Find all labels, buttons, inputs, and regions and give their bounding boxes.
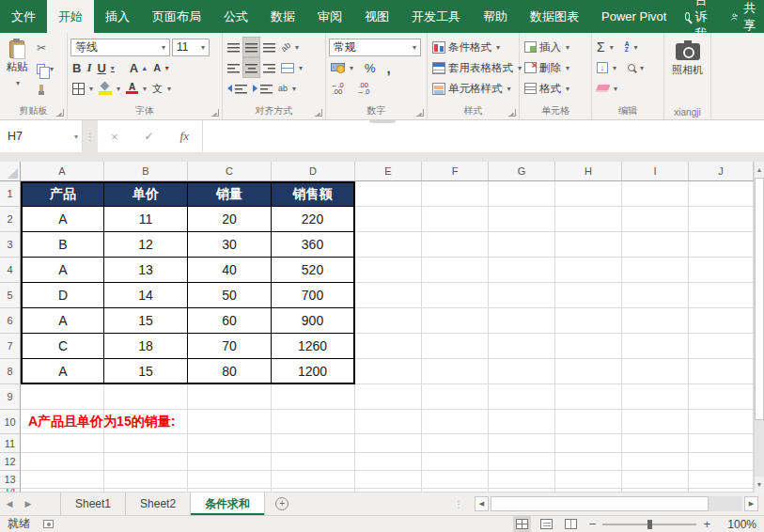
cell-C11[interactable]: [188, 434, 272, 453]
row-header-4[interactable]: 4: [0, 258, 21, 283]
italic-button[interactable]: I: [85, 58, 93, 77]
font-dialog-launcher[interactable]: [211, 109, 219, 117]
horizontal-scrollbar[interactable]: [491, 496, 742, 511]
cell-F5[interactable]: [422, 283, 489, 308]
cell-I1[interactable]: [622, 181, 689, 207]
ribbon-tab-1[interactable]: 插入: [94, 0, 141, 33]
row-header-3[interactable]: 3: [0, 232, 21, 258]
delete-cells-button[interactable]: 删除: [522, 58, 571, 77]
cell-J1[interactable]: [689, 181, 754, 207]
scroll-right-icon[interactable]: ▶: [744, 496, 758, 511]
cell-G8[interactable]: [489, 359, 555, 384]
copy-button[interactable]: [35, 59, 55, 78]
ribbon-tab-5[interactable]: 审阅: [306, 0, 353, 33]
cell-J13[interactable]: [689, 471, 754, 489]
cell-J4[interactable]: [689, 258, 754, 283]
cell-F1[interactable]: [422, 181, 489, 207]
borders-button[interactable]: [70, 79, 95, 98]
page-layout-view-button[interactable]: [540, 519, 553, 529]
cell-I6[interactable]: [622, 308, 689, 334]
ribbon-tab-2[interactable]: 页面布局: [141, 0, 212, 33]
cell-E7[interactable]: [355, 334, 422, 359]
find-select-button[interactable]: [626, 58, 646, 77]
format-cells-button[interactable]: 格式: [522, 79, 571, 98]
cell-H9[interactable]: [555, 384, 622, 410]
cell-J2[interactable]: [689, 207, 754, 232]
cell-D3[interactable]: 360: [272, 232, 355, 258]
cell-J7[interactable]: [689, 334, 754, 359]
cell-C7[interactable]: 70: [188, 334, 272, 359]
row-header-11[interactable]: 11: [0, 434, 21, 453]
cell-I11[interactable]: [622, 434, 689, 453]
styles-dialog-launcher[interactable]: [508, 109, 516, 117]
cell-A3[interactable]: B: [21, 232, 104, 258]
ribbon-tab-10[interactable]: Power Pivot: [590, 0, 678, 33]
font-name-select[interactable]: 等线: [70, 39, 170, 56]
cell-H13[interactable]: [555, 471, 622, 489]
comma-style-button[interactable]: ,: [385, 58, 393, 77]
row-header-13[interactable]: 13: [0, 471, 21, 489]
new-sheet-button[interactable]: +: [265, 493, 299, 515]
cell-C8[interactable]: 80: [188, 359, 272, 384]
zoom-in-button[interactable]: +: [703, 517, 710, 531]
cell-D5[interactable]: 700: [272, 283, 355, 308]
cell-E2[interactable]: [355, 207, 422, 232]
number-format-select[interactable]: 常规: [329, 39, 421, 56]
column-header-E[interactable]: E: [355, 162, 422, 181]
cell-B2[interactable]: 11: [104, 207, 188, 232]
sort-filter-button[interactable]: AZ: [623, 38, 640, 56]
cell-I12[interactable]: [622, 453, 689, 471]
cell-J6[interactable]: [689, 308, 754, 334]
row-header-10[interactable]: 10: [0, 410, 21, 434]
conditional-formatting-button[interactable]: 条件格式: [430, 38, 502, 56]
cell-J5[interactable]: [689, 283, 754, 308]
ribbon-tab-3[interactable]: 公式: [212, 0, 259, 33]
cell-H1[interactable]: [555, 181, 622, 207]
cell-F13[interactable]: [422, 471, 489, 489]
cell-J8[interactable]: [689, 359, 754, 384]
cell-I4[interactable]: [622, 258, 689, 283]
row-header-6[interactable]: 6: [0, 308, 21, 334]
cell-H5[interactable]: [555, 283, 622, 308]
cell-F9[interactable]: [422, 384, 489, 410]
increase-indent-button[interactable]: [251, 79, 274, 98]
scroll-up-icon[interactable]: ▲: [755, 162, 764, 178]
cell-G6[interactable]: [489, 308, 555, 334]
cell-C1[interactable]: 销量: [188, 181, 272, 207]
normal-view-button[interactable]: [516, 519, 528, 529]
cell-G9[interactable]: [489, 384, 555, 410]
sheet-tab-2[interactable]: 条件求和: [190, 493, 265, 515]
cell-F2[interactable]: [422, 207, 489, 232]
cell-I2[interactable]: [622, 207, 689, 232]
row-header-9[interactable]: 9: [0, 384, 21, 410]
column-header-I[interactable]: I: [622, 162, 689, 181]
cell-J10[interactable]: [689, 410, 754, 434]
tab-file[interactable]: 文件: [0, 0, 47, 33]
cell-G7[interactable]: [489, 334, 555, 359]
cell-C13[interactable]: [188, 471, 272, 489]
cell-I8[interactable]: [622, 359, 689, 384]
cell-A12[interactable]: [21, 453, 104, 471]
zoom-slider-thumb[interactable]: [647, 520, 652, 529]
cell-E12[interactable]: [355, 453, 422, 471]
cell-A11[interactable]: [21, 434, 104, 453]
orientation-button[interactable]: ab: [279, 38, 301, 56]
row-header-2[interactable]: 2: [0, 207, 21, 232]
cell-F6[interactable]: [422, 308, 489, 334]
cell-G5[interactable]: [489, 283, 555, 308]
ribbon-tab-6[interactable]: 视图: [353, 0, 400, 33]
cell-D6[interactable]: 900: [272, 308, 355, 334]
select-all-corner[interactable]: [0, 162, 21, 181]
cell-G3[interactable]: [489, 232, 555, 258]
name-box[interactable]: H7: [0, 120, 83, 152]
percent-style-button[interactable]: %: [363, 58, 378, 77]
vertical-scrollbar[interactable]: ▲ ▼: [754, 162, 764, 493]
cell-A9[interactable]: [21, 384, 104, 410]
underline-button[interactable]: U: [95, 58, 116, 77]
cell-A5[interactable]: D: [21, 283, 104, 308]
cell-D2[interactable]: 220: [272, 207, 355, 232]
font-size-select[interactable]: 11: [172, 39, 210, 56]
cell-H4[interactable]: [555, 258, 622, 283]
accounting-format-button[interactable]: [329, 58, 355, 77]
vertical-scrollbar-track[interactable]: [755, 420, 764, 477]
